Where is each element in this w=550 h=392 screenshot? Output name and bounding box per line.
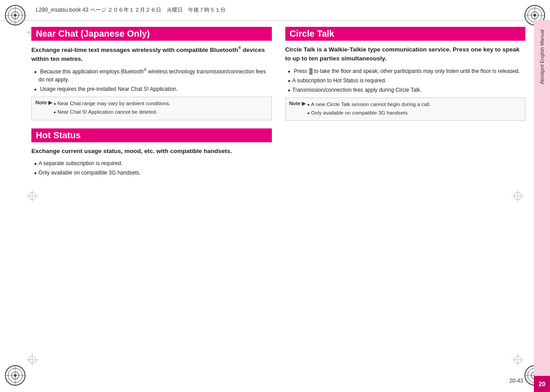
press-label: Press xyxy=(294,68,308,74)
circle-talk-bullet-1: Press ⊡ to take the floor and speak; oth… xyxy=(285,67,526,75)
near-chat-note-label: Note ▶ xyxy=(35,100,52,117)
note-arrow-icon-2: ▶ xyxy=(302,101,305,107)
circle-talk-note-item-2: Only available on compatible 3G handsets… xyxy=(307,109,521,117)
hot-status-intro: Exchange current usage status, mood, etc… xyxy=(31,147,272,156)
footer-page-number: 20-43 xyxy=(509,378,523,384)
near-chat-heading: Near Chat (Japanese Only) xyxy=(31,27,272,41)
hot-status-bullet-1: A separate subscription is required. xyxy=(31,159,272,167)
circle-talk-note-item-1: A new Circle Talk session cannot begin d… xyxy=(307,101,521,108)
circle-talk-section: Circle Talk Circle Talk is a Walkie-Talk… xyxy=(285,27,526,121)
hot-status-bullet-2: Only available on compatible 3G handsets… xyxy=(31,169,272,177)
near-chat-intro: Exchange real-time text messages wireles… xyxy=(31,45,272,64)
near-chat-bullet-2: Usage requires the pre-installed Near Ch… xyxy=(31,85,272,93)
circle-talk-bullet-2: A subscription to Hot Status is required… xyxy=(285,77,526,85)
hot-status-section: Hot Status Exchange current usage status… xyxy=(31,128,272,177)
note-arrow-icon: ▶ xyxy=(48,100,52,106)
hot-status-heading: Hot Status xyxy=(31,128,272,142)
sidebar-label: Abridged English Manual xyxy=(539,30,545,84)
near-chat-note: Note ▶ Near Chat range may vary by ambie… xyxy=(31,97,272,120)
circle-talk-intro: Circle Talk is a Walkie-Talkie type comm… xyxy=(285,45,526,64)
right-column: Circle Talk Circle Talk is a Walkie-Talk… xyxy=(285,27,526,365)
circle-talk-heading: Circle Talk xyxy=(285,27,526,41)
near-chat-note-content: Near Chat range may vary by ambient cond… xyxy=(54,100,268,117)
circle-talk-bullet-3: Transmission/connection fees apply durin… xyxy=(285,86,526,94)
near-chat-bullet-1: Because this application employs Bluetoo… xyxy=(31,67,272,84)
left-column: Near Chat (Japanese Only) Exchange real-… xyxy=(31,27,272,365)
near-chat-note-item-1: Near Chat range may vary by ambient cond… xyxy=(54,100,268,107)
circle-talk-note-label: Note ▶ xyxy=(289,101,306,118)
near-chat-section: Near Chat (Japanese Only) Exchange real-… xyxy=(31,27,272,120)
page: L280_insatsu.book 43 ページ ２０６年１２月２６日 火曜日 … xyxy=(0,0,550,392)
header-bar: L280_insatsu.book 43 ページ ２０６年１２月２６日 火曜日 … xyxy=(0,0,550,21)
header-text: L280_insatsu.book 43 ページ ２０６年１２月２６日 火曜日 … xyxy=(36,6,226,14)
page-number-badge: 20 xyxy=(534,376,550,392)
circle-talk-note: Note ▶ A new Circle Talk session cannot … xyxy=(285,98,526,121)
circle-talk-note-content: A new Circle Talk session cannot begin d… xyxy=(307,101,521,118)
ornament-bottom-left xyxy=(4,364,27,388)
page-number: 20 xyxy=(538,380,546,388)
near-chat-note-item-2: Near Chat S! Application cannot be delet… xyxy=(54,108,268,116)
content-area: Near Chat (Japanese Only) Exchange real-… xyxy=(31,27,525,365)
key-icon: ⊡ xyxy=(309,68,313,75)
right-sidebar: Abridged English Manual 20 xyxy=(534,21,550,392)
